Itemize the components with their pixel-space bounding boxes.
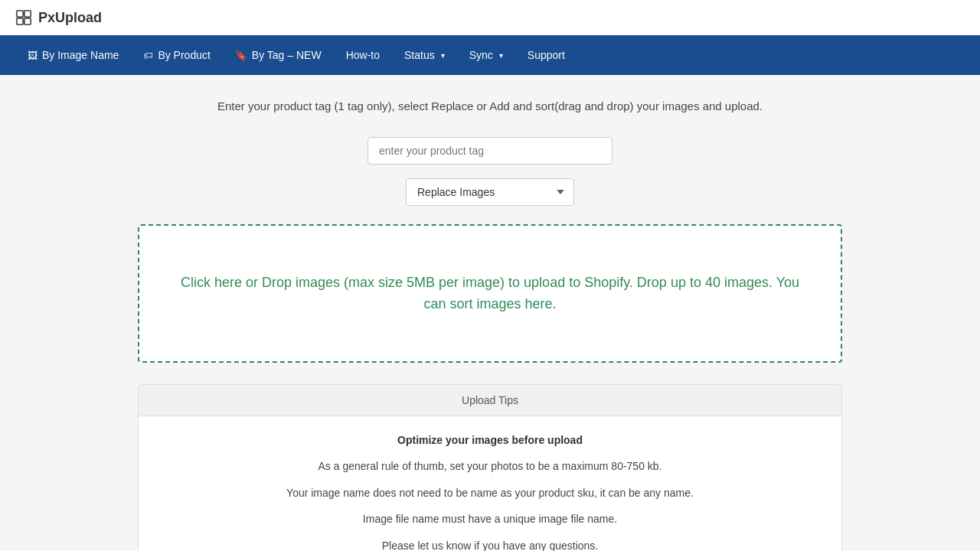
sync-dropdown-arrow: ▾	[499, 51, 503, 60]
tag-icon: 🔖	[235, 50, 247, 61]
top-bar: PxUpload	[0, 0, 980, 35]
svg-rect-2	[17, 18, 23, 24]
tips-header: Upload Tips	[139, 385, 841, 416]
main-content: Enter your product tag (1 tag only), sel…	[122, 75, 858, 551]
nav-item-how-to[interactable]: How-to	[334, 35, 392, 75]
navbar: 🖼 By Image Name 🏷 By Product 🔖 By Tag – …	[0, 35, 980, 75]
tips-body: Optimize your images before upload As a …	[139, 416, 841, 551]
logo-icon	[15, 9, 32, 26]
action-dropdown-wrapper: Replace Images Add Images	[138, 178, 842, 206]
nav-item-by-tag[interactable]: 🔖 By Tag – NEW	[223, 35, 334, 75]
status-dropdown-arrow: ▾	[441, 51, 445, 60]
action-select[interactable]: Replace Images Add Images	[406, 178, 574, 206]
tips-container: Upload Tips Optimize your images before …	[138, 384, 842, 551]
nav-item-by-image-name[interactable]: 🖼 By Image Name	[15, 35, 131, 75]
svg-rect-0	[17, 11, 23, 17]
nav-item-by-product[interactable]: 🏷 By Product	[131, 35, 222, 75]
product-tag-input[interactable]	[368, 137, 612, 165]
svg-rect-3	[24, 18, 31, 24]
app-logo-text: PxUpload	[38, 10, 102, 26]
drop-zone-text: Click here or Drop images (max size 5MB …	[181, 275, 799, 312]
instruction-text: Enter your product tag (1 tag only), sel…	[138, 98, 842, 116]
svg-rect-1	[24, 11, 31, 17]
nav-item-support[interactable]: Support	[515, 35, 577, 75]
image-icon: 🖼	[28, 50, 38, 61]
nav-item-status[interactable]: Status ▾	[392, 35, 457, 75]
tip-1: Optimize your images before upload	[162, 432, 818, 448]
tip-2: As a general rule of thumb, set your pho…	[162, 458, 818, 474]
tip-3: Your image name does not need to be name…	[162, 484, 818, 501]
product-icon: 🏷	[143, 50, 153, 61]
tip-5: Please let us know if you have any quest…	[162, 537, 818, 551]
tag-input-wrapper	[138, 137, 842, 165]
drop-zone[interactable]: Click here or Drop images (max size 5MB …	[138, 224, 842, 364]
tip-4: Image file name must have a unique image…	[162, 510, 818, 527]
nav-item-sync[interactable]: Sync ▾	[457, 35, 515, 75]
